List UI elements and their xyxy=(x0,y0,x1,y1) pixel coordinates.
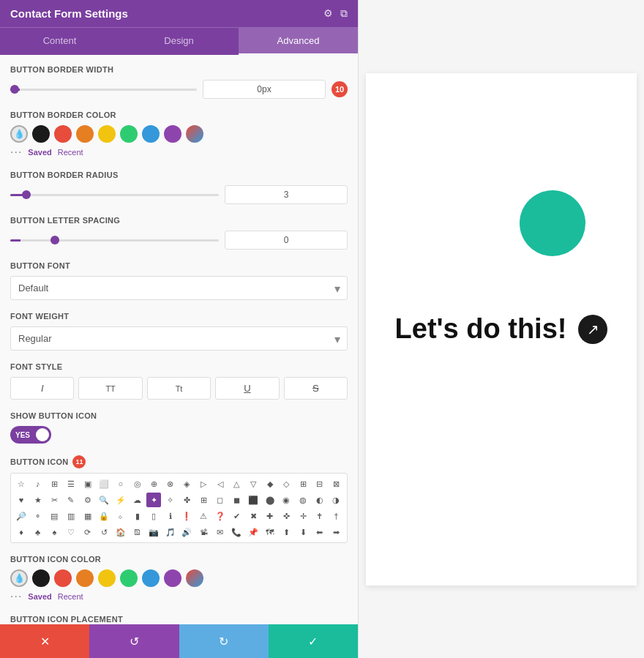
icon-color-yellow[interactable] xyxy=(98,569,116,587)
color-swatch-red[interactable] xyxy=(54,125,72,143)
color-swatch-purple[interactable] xyxy=(164,125,181,143)
icon-cell[interactable]: ☰ xyxy=(64,476,78,491)
saved-tab[interactable]: Saved xyxy=(28,148,51,157)
icon-cell[interactable]: ➡ xyxy=(329,525,343,539)
icon-cell[interactable]: 🗺 xyxy=(263,525,277,539)
icon-cell[interactable]: ★ xyxy=(31,493,45,507)
icon-cell[interactable]: ▣ xyxy=(80,476,95,491)
border-radius-slider[interactable] xyxy=(10,194,219,196)
icon-cell[interactable]: ☆ xyxy=(14,476,29,491)
icon-cell[interactable]: ⊠ xyxy=(329,476,343,491)
icon-cell[interactable]: ❗ xyxy=(179,509,194,523)
tab-content[interactable]: Content xyxy=(0,28,119,55)
icon-cell[interactable]: ◈ xyxy=(179,476,194,491)
icon-cell[interactable]: ✝ xyxy=(312,509,327,523)
icon-cell[interactable]: ℹ xyxy=(163,509,178,523)
icon-cell[interactable]: ♥ xyxy=(14,493,29,507)
expand-icon[interactable]: ⧉ xyxy=(340,7,348,20)
icon-cell[interactable]: ♣ xyxy=(31,525,45,539)
border-radius-value[interactable] xyxy=(225,185,348,204)
icon-cell[interactable]: ♦ xyxy=(14,525,29,539)
icon-cell[interactable]: ○ xyxy=(113,476,128,491)
icon-cell[interactable]: 🎵 xyxy=(163,525,178,539)
tab-design[interactable]: Design xyxy=(119,28,239,55)
icon-cell[interactable]: ⊗ xyxy=(163,476,178,491)
icon-cell[interactable]: ☁ xyxy=(130,493,145,507)
icon-cell[interactable]: 📽 xyxy=(196,525,211,539)
color-swatch-yellow[interactable] xyxy=(98,125,116,143)
icon-cell[interactable]: 📷 xyxy=(146,525,161,539)
icon-color-purple[interactable] xyxy=(164,569,181,587)
icon-cell[interactable]: ✎ xyxy=(64,493,78,507)
icon-cell[interactable]: △ xyxy=(229,476,244,491)
icon-cell[interactable]: ↺ xyxy=(97,525,111,539)
icon-cell[interactable]: 🔒 xyxy=(97,509,111,523)
icon-cell[interactable]: ⊞ xyxy=(296,476,310,491)
icon-color-green[interactable] xyxy=(120,569,138,587)
settings-icon[interactable]: ⚙ xyxy=(323,7,333,20)
icon-cell[interactable]: ⬦ xyxy=(113,509,128,523)
color-swatch-green[interactable] xyxy=(120,125,138,143)
show-icon-toggle[interactable]: YES xyxy=(10,426,51,444)
icon-cell[interactable]: ◎ xyxy=(130,476,145,491)
border-width-value[interactable] xyxy=(203,80,326,99)
strikethrough-btn[interactable]: S xyxy=(284,377,348,400)
icon-cell-selected[interactable]: ✦ xyxy=(146,493,161,507)
cancel-button[interactable]: ✕ xyxy=(0,624,89,658)
icon-cell[interactable]: ⬜ xyxy=(97,476,111,491)
icon-color-red[interactable] xyxy=(54,569,72,587)
italic-btn[interactable]: I xyxy=(10,377,74,400)
icon-cell[interactable]: ✖ xyxy=(246,509,261,523)
reset-button[interactable]: ↺ xyxy=(89,624,179,658)
underline-btn[interactable]: U xyxy=(215,377,279,400)
color-swatch-orange[interactable] xyxy=(76,125,94,143)
color-swatch-gradient[interactable] xyxy=(186,125,203,143)
icon-cell[interactable]: ▯ xyxy=(146,509,161,523)
icon-cell[interactable]: ▤ xyxy=(47,509,61,523)
uppercase-btn[interactable]: TT xyxy=(78,377,142,400)
icon-cell[interactable]: ◼ xyxy=(229,493,244,507)
icon-eyedropper-btn[interactable]: 💧 xyxy=(10,569,28,587)
icon-cell[interactable]: ◍ xyxy=(296,493,310,507)
icon-cell[interactable]: ⊞ xyxy=(47,476,61,491)
icon-cell[interactable]: 📌 xyxy=(246,525,261,539)
tab-advanced[interactable]: Advanced xyxy=(239,28,358,55)
icon-cell[interactable]: ⚡ xyxy=(113,493,128,507)
icon-cell[interactable]: ⬅ xyxy=(312,525,327,539)
icon-cell[interactable]: † xyxy=(329,509,343,523)
color-swatch-black[interactable] xyxy=(32,125,50,143)
icon-more-colors-btn[interactable]: ··· xyxy=(10,590,22,603)
icon-cell[interactable]: ⬇ xyxy=(296,525,310,539)
letter-spacing-value[interactable] xyxy=(225,231,348,250)
icon-cell[interactable]: ◐ xyxy=(312,493,327,507)
icon-cell[interactable]: ⬛ xyxy=(246,493,261,507)
icon-cell[interactable]: ⚙ xyxy=(80,493,95,507)
icon-cell[interactable]: ✛ xyxy=(296,509,310,523)
border-width-slider[interactable] xyxy=(10,89,197,91)
icon-cell[interactable]: ❓ xyxy=(213,509,228,523)
redo-button[interactable]: ↻ xyxy=(179,624,269,658)
font-weight-select[interactable]: Regular Bold Light xyxy=(10,326,348,351)
letter-spacing-slider[interactable] xyxy=(10,239,219,242)
recent-tab[interactable]: Recent xyxy=(58,148,83,157)
capitalize-btn[interactable]: Tt xyxy=(147,377,211,400)
icon-cell[interactable]: ▮ xyxy=(130,509,145,523)
icon-cell[interactable]: ⊕ xyxy=(146,476,161,491)
icon-cell[interactable]: ✂ xyxy=(47,493,61,507)
icon-cell[interactable]: ⬆ xyxy=(279,525,293,539)
icon-cell[interactable]: ⬤ xyxy=(263,493,277,507)
icon-cell[interactable]: 🔎 xyxy=(14,509,29,523)
icon-cell[interactable]: 🖻 xyxy=(130,525,145,539)
icon-cell[interactable]: ✔ xyxy=(229,509,244,523)
color-swatch-blue[interactable] xyxy=(142,125,160,143)
icon-cell[interactable]: ✤ xyxy=(179,493,194,507)
icon-cell[interactable]: ✜ xyxy=(279,509,293,523)
eyedropper-btn[interactable]: 💧 xyxy=(10,125,28,143)
icon-cell[interactable]: 🔊 xyxy=(179,525,194,539)
icon-cell[interactable]: ◉ xyxy=(279,493,293,507)
icon-color-gradient[interactable] xyxy=(186,569,203,587)
icon-cell[interactable]: ⚠ xyxy=(196,509,211,523)
icon-cell[interactable]: ♪ xyxy=(31,476,45,491)
icon-cell[interactable]: ✧ xyxy=(163,493,178,507)
button-font-select[interactable]: Default Arial Georgia xyxy=(10,276,348,300)
